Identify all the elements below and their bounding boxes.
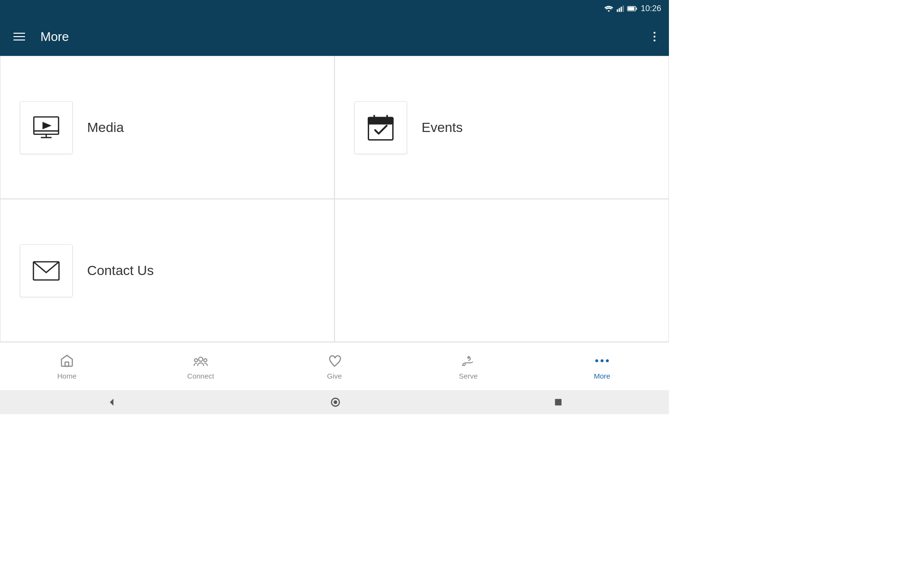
hamburger-button[interactable] (10, 29, 29, 44)
media-menu-item[interactable]: Media (0, 56, 334, 199)
connect-nav-icon (192, 353, 209, 369)
app-bar: More (0, 17, 669, 56)
nav-connect[interactable]: Connect (134, 348, 268, 385)
svg-rect-24 (555, 399, 562, 406)
nav-home[interactable]: Home (0, 348, 134, 385)
svg-marker-8 (42, 122, 51, 129)
status-time: 10:26 (641, 4, 661, 13)
video-player-icon (32, 113, 61, 142)
home-nav-label: Home (57, 372, 77, 380)
svg-point-23 (334, 400, 337, 404)
menu-grid: Media Events (0, 56, 669, 342)
home-nav-icon (59, 353, 75, 369)
give-nav-label: Give (327, 372, 342, 380)
system-home-button[interactable] (330, 397, 341, 407)
battery-icon (627, 5, 638, 12)
recent-apps-button[interactable] (554, 398, 563, 407)
contact-us-label: Contact Us (87, 263, 154, 278)
calendar-check-icon (366, 113, 395, 142)
nav-give[interactable]: Give (268, 348, 401, 385)
svg-marker-21 (110, 399, 114, 406)
svg-rect-2 (621, 7, 622, 12)
status-bar: 10:26 (0, 0, 669, 17)
events-icon-box (354, 101, 407, 154)
svg-point-20 (204, 359, 206, 362)
page-title: More (40, 29, 638, 44)
system-navigation (0, 390, 669, 414)
svg-rect-13 (369, 118, 393, 124)
svg-point-19 (194, 359, 197, 362)
svg-rect-0 (617, 9, 618, 12)
serve-nav-label: Serve (459, 372, 477, 380)
back-button[interactable] (106, 397, 117, 407)
more-nav-icon (594, 353, 610, 369)
svg-point-18 (199, 357, 203, 362)
bottom-navigation: Home Connect Give (0, 342, 669, 390)
signal-icon (616, 5, 624, 13)
nav-more[interactable]: More (535, 348, 669, 385)
svg-rect-17 (65, 362, 69, 367)
wifi-icon (604, 5, 614, 13)
more-nav-label: More (594, 372, 610, 380)
media-label: Media (87, 120, 124, 135)
more-options-button[interactable] (650, 28, 659, 45)
status-icons: 10:26 (604, 4, 661, 13)
envelope-icon (32, 256, 61, 285)
contact-us-icon-box (20, 244, 73, 297)
svg-rect-1 (619, 8, 620, 12)
empty-cell (334, 199, 669, 342)
connect-nav-label: Connect (187, 372, 214, 380)
contact-us-menu-item[interactable]: Contact Us (0, 199, 334, 342)
give-nav-icon (326, 353, 343, 369)
media-icon-box (20, 101, 73, 154)
svg-rect-3 (623, 5, 624, 12)
svg-rect-5 (636, 8, 637, 10)
svg-rect-6 (628, 7, 634, 10)
nav-serve[interactable]: Serve (401, 348, 535, 385)
more-dots-icon (595, 359, 609, 362)
events-label: Events (422, 120, 463, 135)
events-menu-item[interactable]: Events (334, 56, 669, 199)
serve-nav-icon (460, 353, 476, 369)
